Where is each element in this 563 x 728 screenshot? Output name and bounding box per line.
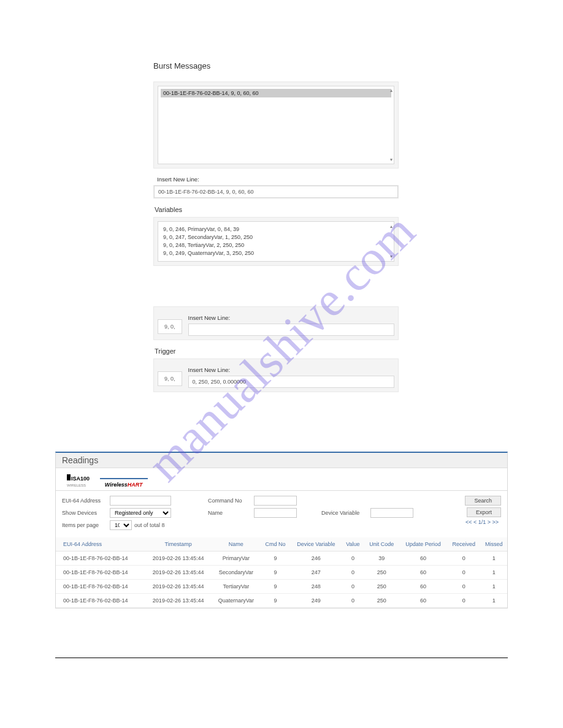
scroll-down-icon[interactable]: ▾	[390, 157, 393, 162]
col-ts[interactable]: Timestamp	[145, 537, 212, 552]
tab-wirelesshart[interactable]: WirelessHART	[100, 479, 148, 490]
readings-tabs: ISA100 WIRELESS WirelessHART	[56, 468, 507, 491]
burst-title: Burst Messages	[153, 61, 399, 70]
items-select[interactable]: 10	[110, 520, 132, 530]
readings-panel: Readings ISA100 WIRELESS WirelessHART EU…	[55, 452, 508, 609]
cell-recv: 0	[447, 580, 480, 594]
cell-name: QuaternaryVar	[212, 594, 260, 608]
col-val[interactable]: Value	[342, 537, 364, 552]
cell-eui: 00-1B-1E-F8-76-02-BB-14	[56, 594, 145, 608]
variables-insert-input[interactable]	[188, 324, 394, 336]
cell-miss: 1	[480, 566, 507, 580]
variables-title: Variables	[155, 206, 399, 213]
variables-line: 9, 0, 247, SecondaryVar, 1, 250, 250	[163, 233, 389, 241]
cell-miss: 1	[480, 552, 507, 566]
cmd-input[interactable]	[254, 496, 297, 506]
cell-ts: 2019-02-26 13:45:44	[145, 580, 212, 594]
col-dv[interactable]: Device Variable	[290, 537, 342, 552]
name-label: Name	[208, 510, 254, 516]
cell-eui: 00-1B-1E-F8-76-02-BB-14	[56, 552, 145, 566]
variables-line: 9, 0, 248, TertiaryVar, 2, 250, 250	[163, 241, 389, 249]
cell-cmd: 9	[260, 552, 290, 566]
search-button[interactable]: Search	[465, 496, 501, 506]
name-input[interactable]	[254, 508, 297, 518]
scroll-down-icon[interactable]: ▾	[390, 253, 393, 260]
variables-insert-label: Insert New Line:	[188, 314, 394, 321]
cell-cmd: 9	[260, 580, 290, 594]
trigger-panel: 9, 0, Insert New Line:	[153, 358, 399, 392]
scroll-up-icon[interactable]: ▴	[390, 223, 393, 230]
variables-list[interactable]: ▴ 9, 0, 246, PrimaryVar, 0, 84, 39 9, 0,…	[158, 221, 394, 262]
cell-val: 0	[342, 594, 364, 608]
variables-prefix: 9, 0,	[158, 319, 182, 334]
trigger-title: Trigger	[155, 347, 399, 355]
variables-panel: ▴ 9, 0, 246, PrimaryVar, 0, 84, 39 9, 0,…	[153, 217, 399, 266]
devvar-input[interactable]	[370, 508, 413, 518]
cell-dv: 249	[290, 594, 342, 608]
export-button[interactable]: Export	[467, 507, 501, 517]
cell-dv: 246	[290, 552, 342, 566]
cell-val: 0	[342, 552, 364, 566]
variables-insert-panel: 9, 0, Insert New Line:	[153, 306, 399, 340]
burst-insert-label: Insert New Line:	[157, 176, 399, 183]
cell-eui: 00-1B-1E-F8-76-02-BB-14	[56, 566, 145, 580]
cell-unit: 39	[364, 552, 399, 566]
cell-name: TertiaryVar	[212, 580, 260, 594]
burst-panel: ▴ 00-1B-1E-F8-76-02-BB-14, 9, 0, 60, 60 …	[153, 82, 399, 169]
col-miss[interactable]: Missed	[480, 537, 507, 552]
cell-cmd: 9	[260, 594, 290, 608]
footer-rule	[55, 658, 508, 658]
cell-unit: 250	[364, 580, 399, 594]
cmd-label: Command No	[208, 498, 254, 504]
cell-val: 0	[342, 566, 364, 580]
eui-label: EUI-64 Address	[62, 498, 110, 504]
variables-line: 9, 0, 249, QuaternaryVar, 3, 250, 250	[163, 249, 389, 257]
trigger-prefix: 9, 0,	[158, 371, 182, 386]
burst-list-box[interactable]: ▴ 00-1B-1E-F8-76-02-BB-14, 9, 0, 60, 60 …	[158, 86, 394, 164]
burst-selected-line[interactable]: 00-1B-1E-F8-76-02-BB-14, 9, 0, 60, 60	[161, 89, 391, 97]
cell-unit: 250	[364, 594, 399, 608]
burst-insert-input[interactable]	[154, 186, 398, 198]
readings-table: EUI-64 Address Timestamp Name Cmd No Dev…	[56, 537, 507, 608]
cell-recv: 0	[447, 594, 480, 608]
show-label: Show Devices	[62, 510, 110, 516]
trigger-insert-input[interactable]	[188, 376, 394, 388]
col-upd[interactable]: Update Period	[399, 537, 447, 552]
cell-name: PrimaryVar	[212, 552, 260, 566]
devvar-label: Device Variable	[321, 510, 370, 516]
col-cmd[interactable]: Cmd No	[260, 537, 290, 552]
cell-ts: 2019-02-26 13:45:44	[145, 594, 212, 608]
cell-unit: 250	[364, 566, 399, 580]
cell-upd: 60	[399, 566, 447, 580]
pager[interactable]: << < 1/1 > >>	[465, 519, 501, 525]
cell-cmd: 9	[260, 566, 290, 580]
table-row[interactable]: 00-1B-1E-F8-76-02-BB-142019-02-26 13:45:…	[56, 552, 507, 566]
cell-miss: 1	[480, 580, 507, 594]
table-row[interactable]: 00-1B-1E-F8-76-02-BB-142019-02-26 13:45:…	[56, 580, 507, 594]
scroll-up-icon[interactable]: ▴	[390, 88, 393, 93]
col-name[interactable]: Name	[212, 537, 260, 552]
cell-upd: 60	[399, 552, 447, 566]
items-label: Items per page	[62, 522, 110, 528]
cell-miss: 1	[480, 594, 507, 608]
items-suffix: out of total 8	[134, 522, 165, 528]
col-recv[interactable]: Received	[447, 537, 480, 552]
cell-dv: 247	[290, 566, 342, 580]
cell-ts: 2019-02-26 13:45:44	[145, 552, 212, 566]
cell-ts: 2019-02-26 13:45:44	[145, 566, 212, 580]
cell-recv: 0	[447, 552, 480, 566]
cell-upd: 60	[399, 580, 447, 594]
readings-title: Readings	[56, 453, 507, 468]
variables-line: 9, 0, 246, PrimaryVar, 0, 84, 39	[163, 226, 389, 233]
table-row[interactable]: 00-1B-1E-F8-76-02-BB-142019-02-26 13:45:…	[56, 566, 507, 580]
cell-val: 0	[342, 580, 364, 594]
cell-upd: 60	[399, 594, 447, 608]
col-unit[interactable]: Unit Code	[364, 537, 399, 552]
tab-isa100[interactable]: ISA100 WIRELESS	[62, 472, 94, 490]
trigger-insert-label: Insert New Line:	[188, 366, 394, 373]
cell-name: SecondaryVar	[212, 566, 260, 580]
col-eui[interactable]: EUI-64 Address	[56, 537, 145, 552]
show-select[interactable]: Registered only	[110, 508, 171, 518]
table-row[interactable]: 00-1B-1E-F8-76-02-BB-142019-02-26 13:45:…	[56, 594, 507, 608]
eui-input[interactable]	[110, 496, 171, 506]
